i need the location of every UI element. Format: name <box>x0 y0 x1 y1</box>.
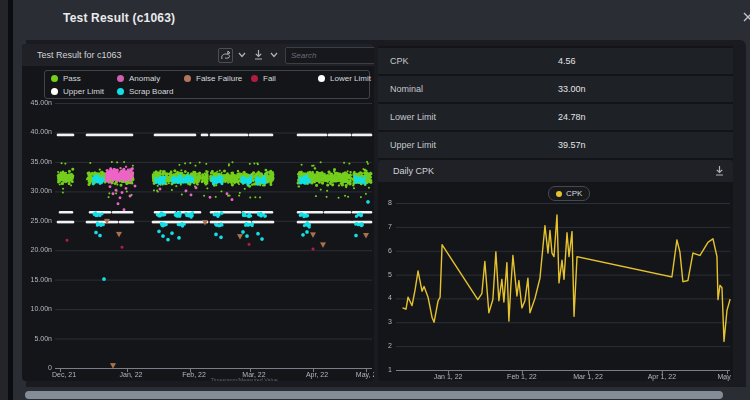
search-input[interactable] <box>285 47 374 64</box>
download-icon[interactable] <box>713 164 728 179</box>
stat-label: Lower Limit <box>390 104 436 130</box>
y-tick-label: 4 <box>378 294 392 301</box>
close-icon[interactable] <box>740 9 750 25</box>
legend-dot <box>51 88 58 95</box>
stat-row-nominal: Nominal33.00n <box>378 76 733 102</box>
x-tick-label: Dec, 21 <box>44 371 84 378</box>
legend-dot <box>117 75 124 82</box>
chevron-down-icon[interactable] <box>269 50 284 65</box>
y-tick-label: 35.00n <box>24 158 52 165</box>
legend-item-label: Upper Limit <box>63 87 104 96</box>
x-tick-label: Mar 1, 22 <box>566 373 610 380</box>
cpk-series-label: CPK <box>566 189 582 198</box>
y-tick-label: 1 <box>378 366 392 373</box>
x-tick-label: Jan 1, 22 <box>426 373 470 380</box>
y-tick-label: 5 <box>378 271 392 278</box>
y-tick-label: 3 <box>378 318 392 325</box>
y-tick-label: 30.00n <box>24 187 52 194</box>
y-tick-label: 20.00n <box>24 246 52 253</box>
legend-item-false-failure[interactable]: False Failure <box>184 74 242 83</box>
y-tick-label: 40.00n <box>24 128 52 135</box>
legend-item-label: Pass <box>63 74 81 83</box>
legend-dot <box>117 88 124 95</box>
legend-item-pass[interactable]: Pass <box>51 74 81 83</box>
x-tick-label: Apr, 22 <box>297 371 337 378</box>
legend-item-label: False Failure <box>196 74 242 83</box>
stat-label: CPK <box>390 48 409 74</box>
stat-label: Nominal <box>390 76 423 102</box>
chart-legend: PassAnomalyFalse FailureFailLower LimitU… <box>44 70 370 99</box>
daily-cpk-line-canvas[interactable] <box>380 200 733 376</box>
stat-value: 33.00n <box>558 76 586 102</box>
scatter-plot-canvas[interactable] <box>24 100 373 372</box>
y-tick-label: 2 <box>378 342 392 349</box>
daily-card-title: Daily CPK <box>393 160 434 182</box>
x-tick-label: Feb, 22 <box>174 371 214 378</box>
daily-cpk-card: Daily CPK CPK 87654321Jan 1, 22Feb 1, 22… <box>378 160 733 381</box>
legend-item-label: Anomaly <box>129 74 160 83</box>
y-tick-label: 7 <box>378 223 392 230</box>
lasso-select-icon[interactable] <box>218 48 233 63</box>
horizontal-scrollbar[interactable] <box>25 391 723 399</box>
cpk-series-legend[interactable]: CPK <box>548 186 590 201</box>
cpk-series-dot <box>556 191 562 197</box>
legend-item-upper-limit[interactable]: Upper Limit <box>51 87 104 96</box>
stat-value: 24.78n <box>558 104 586 130</box>
stat-row-cpk: CPK4.56 <box>378 48 733 74</box>
legend-dot <box>51 75 58 82</box>
line-axis-note: Dat <box>722 375 730 380</box>
stat-value: 4.56 <box>558 48 576 74</box>
stat-row-lower-limit: Lower Limit24.78n <box>378 104 733 130</box>
y-tick-label: 45.00n <box>24 99 52 106</box>
legend-item-label: Fail <box>263 74 276 83</box>
test-result-chart-card: Test Result for c1063 PassAnomalyFalse F… <box>22 44 374 381</box>
legend-item-fail[interactable]: Fail <box>251 74 276 83</box>
y-tick-label: 0 <box>24 364 52 371</box>
y-tick-label: 8 <box>378 199 392 206</box>
stat-row-upper-limit: Upper Limit39.57n <box>378 132 733 158</box>
y-tick-label: 15.00n <box>24 276 52 283</box>
y-tick-label: 6 <box>378 247 392 254</box>
legend-item-scrap-board[interactable]: Scrap Board <box>117 87 173 96</box>
x-tick-label: Feb 1, 22 <box>500 373 544 380</box>
x-tick-label: May, 22 <box>348 371 374 378</box>
legend-dot <box>318 75 325 82</box>
x-tick-label: Jan, 22 <box>111 371 151 378</box>
download-icon[interactable] <box>252 48 267 63</box>
left-card-title: Test Result for c1063 <box>37 44 122 66</box>
stat-label: Upper Limit <box>390 132 436 158</box>
legend-item-lower-limit[interactable]: Lower Limit <box>318 74 371 83</box>
legend-dot <box>184 75 191 82</box>
chevron-down-icon[interactable] <box>237 50 252 65</box>
legend-dot <box>251 75 258 82</box>
y-tick-label: 10.00n <box>24 305 52 312</box>
stat-value: 39.57n <box>558 132 586 158</box>
scatter-axis-note: Timestamp/Measured Value <box>211 377 278 381</box>
legend-item-label: Scrap Board <box>129 87 173 96</box>
cpk-stats-table: CPK4.56Nominal33.00nLower Limit24.78nUpp… <box>378 46 733 160</box>
page-background: Test Result (c1063) Test Result for c106… <box>0 0 750 400</box>
modal-title: Test Result (c1063) <box>63 11 175 25</box>
x-tick-label: Apr 1, 22 <box>640 373 684 380</box>
legend-item-label: Lower Limit <box>330 74 371 83</box>
y-tick-label: 5.00n <box>24 335 52 342</box>
legend-item-anomaly[interactable]: Anomaly <box>117 74 160 83</box>
left-card-header: Test Result for c1063 <box>22 44 374 66</box>
y-tick-label: 25.00n <box>24 217 52 224</box>
daily-card-header: Daily CPK <box>378 160 733 182</box>
